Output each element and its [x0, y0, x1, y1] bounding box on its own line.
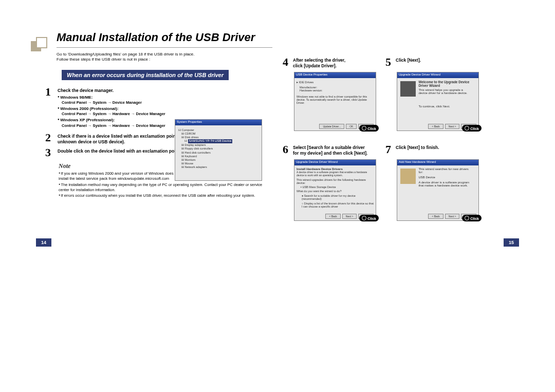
- screenshot-step4: USB Device Properties ▸ IDE Drives Manuf…: [294, 72, 376, 131]
- step-6: 6 Select [Search for a suitable driverfo…: [283, 144, 367, 156]
- step-4: 4 After selecting the driver,click [Upda…: [283, 57, 345, 69]
- screenshot-step5: Upgrade Device Driver Wizard Welcome to …: [397, 72, 479, 131]
- page-title: Manual Installation of the USB Driver: [57, 31, 272, 48]
- step-7: 7 Click [Next] to finish.: [385, 144, 439, 155]
- screenshot-device-manager: System Properties ⊟ Computer ⊞ CDROM ⊞ D…: [175, 119, 262, 181]
- step-5: 5 Click [Next].: [385, 57, 421, 68]
- click-badge: Click: [462, 125, 482, 132]
- page-14: Manual Installation of the USB Driver Go…: [31, 31, 278, 236]
- page-number-right: 15: [504, 238, 519, 247]
- click-badge: Click: [462, 215, 482, 221]
- intro-text: Go to 'Downloading/Uploading files' on p…: [57, 52, 262, 63]
- screenshot-step7: Add New Hardware Wizard This wizard sear…: [397, 159, 479, 221]
- click-badge: Click: [359, 125, 379, 132]
- title-ornament: [31, 37, 49, 51]
- page-15: 4 After selecting the driver,click [Upda…: [278, 31, 524, 236]
- screenshot-step6: Upgrade Device Driver Wizard Install Har…: [294, 159, 376, 221]
- error-heading: When an error occurs during installation…: [62, 70, 229, 80]
- click-badge: Click: [359, 215, 379, 221]
- page-number-left: 14: [36, 238, 51, 247]
